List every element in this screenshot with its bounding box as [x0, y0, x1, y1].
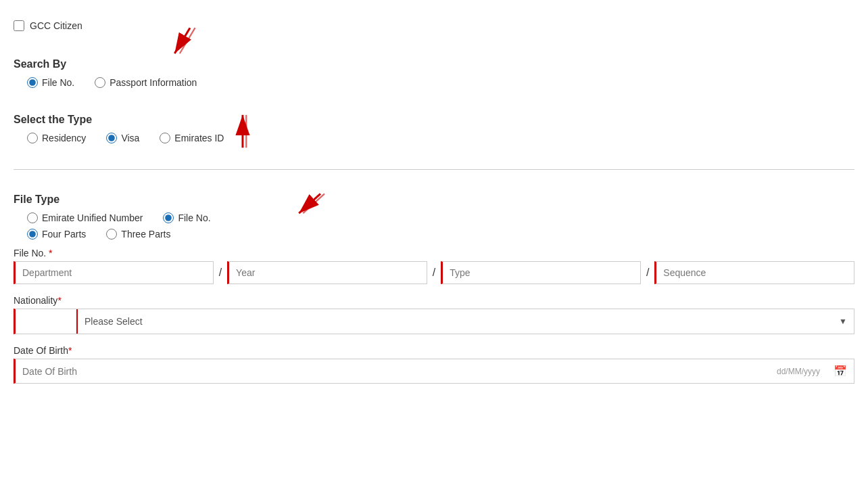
- three-parts-label: Three Parts: [121, 229, 170, 240]
- three-parts-radio[interactable]: [106, 229, 117, 240]
- file-no-year[interactable]: [227, 261, 427, 284]
- search-by-label: Search By: [14, 58, 854, 70]
- dob-required: *: [68, 345, 72, 356]
- nationality-required: *: [57, 295, 61, 306]
- type-emirates-id-radio[interactable]: [160, 133, 170, 143]
- gcc-citizen-checkbox[interactable]: [14, 20, 24, 31]
- separator-2: /: [427, 267, 441, 279]
- nationality-label-text: Nationality: [14, 295, 57, 306]
- select-type-radio-group: Residency Visa Emirates ID: [14, 133, 854, 143]
- file-no-department[interactable]: [14, 261, 214, 284]
- gcc-citizen-label[interactable]: GCC Citizen: [30, 20, 82, 31]
- dob-label-text: Date Of Birth: [14, 345, 68, 356]
- divider-1: [14, 169, 854, 170]
- dob-input[interactable]: [16, 361, 770, 382]
- type-residency-label: Residency: [42, 133, 86, 143]
- type-residency-radio[interactable]: [27, 133, 38, 143]
- gcc-section: GCC Citizen: [14, 14, 854, 45]
- file-no-required: *: [46, 248, 52, 258]
- dob-field-label: Date Of Birth*: [14, 345, 854, 356]
- file-no-sequence[interactable]: [654, 261, 854, 284]
- type-visa-radio[interactable]: [106, 133, 117, 143]
- file-type-radio-group: Emirate Unified Number File No.: [14, 212, 854, 223]
- nationality-dropdown-arrow: ▼: [839, 317, 854, 326]
- file-no-label: File No. *: [14, 248, 854, 258]
- file-no-type[interactable]: [441, 261, 641, 284]
- separator-3: /: [641, 267, 654, 279]
- file-parts-radio-group: Four Parts Three Parts: [14, 229, 854, 240]
- separator-1: /: [214, 267, 227, 279]
- file-type-emirate-unified-radio[interactable]: [27, 212, 38, 223]
- file-type-label: File Type: [14, 194, 854, 206]
- dob-format: dd/MM/yyyy: [770, 361, 827, 382]
- file-type-emirate-unified-label: Emirate Unified Number: [42, 212, 143, 223]
- dob-row: dd/MM/yyyy 📅: [14, 359, 854, 384]
- file-no-label-text: File No.: [14, 248, 46, 258]
- nationality-code-input[interactable]: [16, 311, 76, 332]
- nationality-select[interactable]: Please Select: [78, 311, 839, 332]
- file-no-inputs: / / /: [14, 261, 854, 284]
- three-parts[interactable]: Three Parts: [106, 229, 170, 240]
- search-by-file-no-label: File No.: [42, 77, 74, 88]
- four-parts-label: Four Parts: [42, 229, 86, 240]
- search-by-passport-radio[interactable]: [95, 77, 105, 88]
- search-by-passport-label: Passport Information: [110, 77, 197, 88]
- select-type-section: Select the Type Residency Visa Emirates …: [14, 107, 854, 162]
- nationality-row: Please Select ▼: [14, 309, 854, 334]
- four-parts-radio[interactable]: [27, 229, 38, 240]
- search-by-file-no[interactable]: File No.: [27, 77, 74, 88]
- file-type-emirate-unified[interactable]: Emirate Unified Number: [27, 212, 143, 223]
- file-type-file-no-label: File No.: [178, 212, 210, 223]
- four-parts[interactable]: Four Parts: [27, 229, 86, 240]
- file-type-file-no-radio[interactable]: [163, 212, 174, 223]
- type-emirates-id[interactable]: Emirates ID: [160, 133, 224, 143]
- search-by-passport[interactable]: Passport Information: [95, 77, 197, 88]
- file-type-section: File Type Emirate Unified Number File No…: [14, 183, 854, 390]
- type-residency[interactable]: Residency: [27, 133, 86, 143]
- type-emirates-id-label: Emirates ID: [174, 133, 224, 143]
- page-wrapper: GCC Citizen Search By File No. Passport …: [14, 14, 854, 390]
- file-type-file-no[interactable]: File No.: [163, 212, 210, 223]
- search-by-file-no-radio[interactable]: [27, 77, 38, 88]
- type-visa[interactable]: Visa: [106, 133, 139, 143]
- type-visa-label: Visa: [121, 133, 139, 143]
- select-type-label: Select the Type: [14, 114, 854, 126]
- nationality-field-label: Nationality*: [14, 295, 854, 306]
- calendar-icon[interactable]: 📅: [827, 359, 854, 383]
- search-by-section: Search By File No. Passport Information: [14, 51, 854, 107]
- search-by-radio-group: File No. Passport Information: [14, 77, 854, 88]
